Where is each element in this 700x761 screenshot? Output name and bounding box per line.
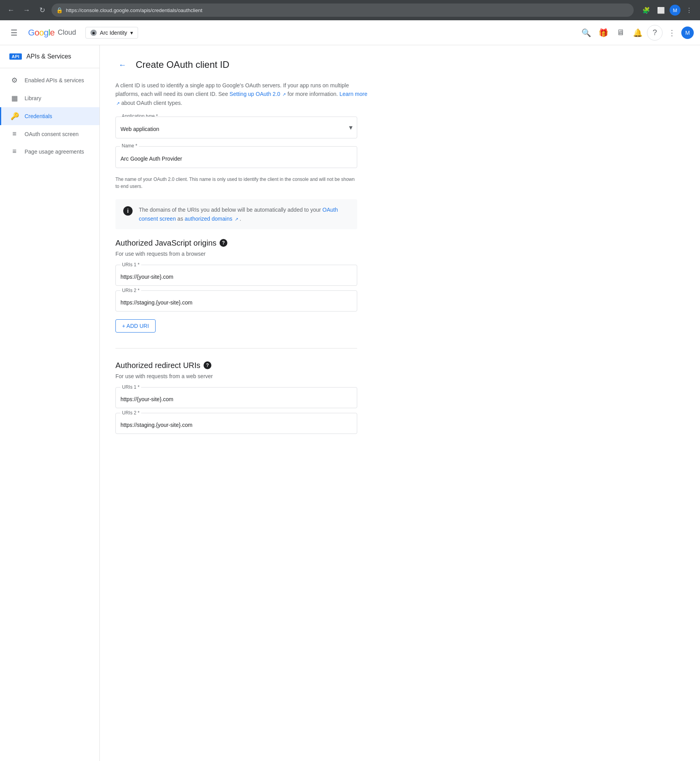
js-origins-section: Authorized JavaScript origins ? For use … (115, 239, 684, 333)
js-uris-1-group: URIs 1 * (115, 265, 357, 286)
back-button[interactable]: ← (5, 4, 17, 16)
oauth-consent-icon: ≡ (11, 130, 18, 138)
intro-text: A client ID is used to identify a single… (115, 81, 369, 107)
browser-chrome: ← → ↻ 🔒 https://console.cloud.google.com… (0, 0, 700, 20)
more-options-button[interactable]: ⋮ (664, 25, 680, 41)
gift-button[interactable]: 🎁 (595, 25, 611, 41)
page-usage-icon: ≡ (11, 147, 18, 156)
refresh-button[interactable]: ↻ (36, 4, 48, 16)
js-uris-1-input[interactable] (116, 265, 357, 285)
authorized-domains-link[interactable]: authorized domains (185, 216, 240, 222)
cloud-text: Cloud (58, 28, 76, 37)
info-banner: i The domains of the URIs you add below … (115, 199, 357, 229)
credentials-icon: 🔑 (11, 112, 18, 120)
redirect-uris-title: Authorized redirect URIs ? (115, 361, 684, 370)
js-origins-help-icon[interactable]: ? (220, 239, 227, 247)
search-button[interactable]: 🔍 (578, 25, 594, 41)
section-divider (115, 348, 357, 349)
application-type-select[interactable]: Web application Android iOS Desktop app (115, 117, 357, 138)
sidebar: API APIs & Services ⚙ Enabled APIs & ser… (0, 45, 100, 761)
sidebar-item-oauth-consent[interactable]: ≡ OAuth consent screen (0, 125, 99, 143)
name-label: Name * (120, 143, 139, 149)
sidebar-title: APIs & Services (27, 53, 71, 60)
topbar: ☰ Google Cloud ● Arc Identity ▾ 🔍 🎁 🖥 🔔 … (0, 20, 700, 45)
name-field: Name * (115, 146, 357, 168)
cloud-shell-button[interactable]: 🖥 (613, 25, 628, 41)
js-uris-2-input[interactable] (116, 291, 357, 311)
ext-link-icon-3 (234, 216, 238, 222)
topbar-actions: 🔍 🎁 🖥 🔔 ? ⋮ M (578, 25, 694, 41)
page-title: Create OAuth client ID (136, 59, 229, 70)
info-banner-text: The domains of the URIs you add below wi… (139, 205, 349, 223)
back-arrow-icon: ← (119, 60, 126, 69)
enabled-apis-icon: ⚙ (11, 76, 18, 85)
browser-actions: 🧩 ⬜ M ⋮ (640, 4, 695, 16)
name-field-hint: The name of your OAuth 2.0 client. This … (115, 176, 357, 190)
add-uri-button[interactable]: + ADD URI (115, 319, 156, 333)
sidebar-item-library[interactable]: ▦ Library (0, 89, 99, 107)
main-content: ← Create OAuth client ID A client ID is … (100, 45, 700, 761)
sidebar-nav: ⚙ Enabled APIs & services ▦ Library 🔑 Cr… (0, 68, 99, 163)
sidebar-item-credentials[interactable]: 🔑 Credentials (0, 107, 99, 125)
redirect-uris-2-wrapper: URIs 2 * (115, 413, 357, 434)
extensions-button[interactable]: 🧩 (640, 4, 652, 16)
window-button[interactable]: ⬜ (655, 4, 667, 16)
hamburger-menu-button[interactable]: ☰ (6, 25, 22, 41)
ext-link-icon-2 (115, 100, 120, 106)
setting-up-oauth-link[interactable]: Setting up OAuth 2.0 (230, 91, 288, 97)
js-uris-1-wrapper: URIs 1 * (115, 265, 357, 286)
library-icon: ▦ (11, 94, 18, 103)
js-origins-subtitle: For use with requests from a browser (115, 251, 684, 257)
sidebar-item-page-usage[interactable]: ≡ Page usage agreements (0, 143, 99, 160)
js-uris-2-wrapper: URIs 2 * (115, 290, 357, 311)
help-button[interactable]: ? (647, 25, 663, 41)
page-back-button[interactable]: ← (115, 58, 129, 72)
address-bar[interactable]: 🔒 https://console.cloud.google.com/apis/… (51, 4, 634, 17)
forward-button[interactable]: → (20, 4, 33, 16)
redirect-uris-2-group: URIs 2 * (115, 413, 357, 434)
profile-avatar[interactable]: M (681, 27, 694, 39)
redirect-uris-1-wrapper: URIs 1 * (115, 387, 357, 408)
info-icon: i (123, 206, 133, 216)
sidebar-header: API APIs & Services (0, 45, 99, 68)
js-uris-2-group: URIs 2 * (115, 290, 357, 311)
project-selector[interactable]: ● Arc Identity ▾ (85, 27, 138, 39)
app-layout: API APIs & Services ⚙ Enabled APIs & ser… (0, 45, 700, 761)
api-badge: API (9, 53, 22, 60)
redirect-uris-2-label: URIs 2 * (121, 410, 141, 416)
js-uris-2-label: URIs 2 * (121, 288, 141, 293)
redirect-uris-section: Authorized redirect URIs ? For use with … (115, 361, 684, 434)
ext-link-icon-1 (282, 91, 286, 97)
redirect-uris-2-input[interactable] (116, 413, 357, 434)
browser-profile-avatar[interactable]: M (670, 5, 681, 16)
application-type-select-wrapper: Web application Android iOS Desktop app … (115, 117, 357, 138)
google-wordmark: Google (28, 28, 55, 38)
name-input[interactable] (115, 146, 357, 168)
browser-menu-button[interactable]: ⋮ (683, 4, 695, 16)
redirect-uris-1-input[interactable] (116, 388, 357, 408)
redirect-uris-help-icon[interactable]: ? (204, 361, 211, 369)
notifications-button[interactable]: 🔔 (630, 25, 645, 41)
redirect-uris-1-label: URIs 1 * (121, 384, 141, 390)
page-header: ← Create OAuth client ID (115, 58, 684, 72)
sidebar-item-enabled-apis[interactable]: ⚙ Enabled APIs & services (0, 71, 99, 89)
js-origins-title: Authorized JavaScript origins ? (115, 239, 684, 248)
redirect-uris-1-group: URIs 1 * (115, 387, 357, 408)
dropdown-icon: ▾ (130, 30, 133, 36)
lock-icon: 🔒 (56, 7, 63, 13)
application-type-field: Application type * Web application Andro… (115, 117, 357, 138)
redirect-uris-subtitle: For use with requests from a web server (115, 373, 684, 379)
project-dot-icon: ● (90, 30, 97, 36)
google-cloud-logo[interactable]: Google Cloud (28, 28, 76, 38)
js-uris-1-label: URIs 1 * (121, 262, 141, 267)
